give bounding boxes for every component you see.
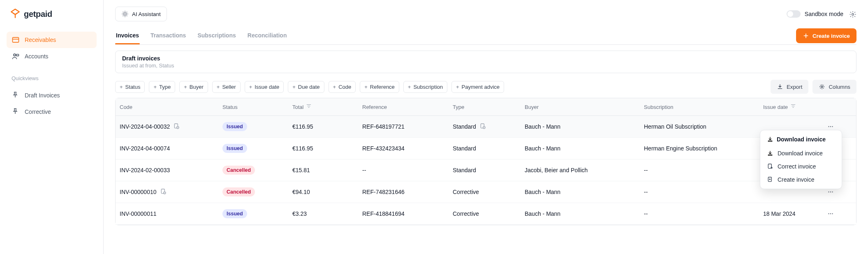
cell-subscription: --	[640, 184, 759, 200]
chip-label: Payment advice	[462, 84, 500, 90]
sparkle-icon	[121, 10, 129, 18]
export-button[interactable]: Export	[771, 80, 809, 94]
cell-total: €15.81	[288, 162, 358, 178]
doc-check-icon	[173, 123, 181, 130]
sandbox-mode-label: Sandbox mode	[805, 11, 843, 17]
sidebar-item-receivables[interactable]: Receivables	[7, 32, 97, 48]
svg-rect-2	[16, 54, 19, 56]
create-icon	[767, 176, 773, 183]
cell-status: Issued	[218, 139, 288, 158]
ai-assistant-button[interactable]: AI Assistant	[115, 7, 167, 21]
filter-chip-type[interactable]: +Type	[149, 81, 175, 93]
filter-chip-issue-date[interactable]: +Issue date	[245, 81, 284, 93]
dropdown-correct-invoice[interactable]: Correct invoice	[763, 160, 839, 173]
th-issue-date[interactable]: Issue date	[759, 98, 821, 115]
chip-label: Issue date	[255, 84, 279, 90]
svg-point-10	[828, 126, 829, 127]
filter-chip-subscription[interactable]: +Subscription	[403, 81, 447, 93]
filter-chip-reference[interactable]: +Reference	[360, 81, 399, 93]
filter-chips: +Status+Type+Buyer+Seller+Issue date+Due…	[115, 81, 504, 93]
th-code[interactable]: Code	[116, 99, 218, 115]
plus-icon: +	[184, 84, 187, 90]
th-type[interactable]: Type	[449, 99, 521, 115]
tab-reconciliation[interactable]: Reconciliation	[247, 27, 288, 44]
svg-point-27	[832, 192, 833, 192]
brand-name: getpaid	[24, 9, 52, 19]
tab-subscriptions[interactable]: Subscriptions	[197, 27, 236, 44]
quickview-draft-invoices[interactable]: Draft Invoices	[7, 87, 97, 104]
table-header: Code Status Total Reference Type Buyer S…	[116, 98, 856, 116]
plus-icon: +	[120, 84, 123, 90]
sidebar-item-accounts[interactable]: Accounts	[7, 48, 97, 65]
ai-assistant-label: AI Assistant	[132, 11, 161, 17]
dropdown-header[interactable]: Download invoice	[763, 133, 839, 147]
dropdown-create-invoice[interactable]: Create invoice	[763, 173, 839, 186]
doc-check-icon	[479, 123, 487, 130]
quickview-corrective[interactable]: Corrective	[7, 104, 97, 120]
dropdown-download-invoice[interactable]: Download invoice	[763, 147, 839, 160]
svg-point-28	[828, 213, 829, 214]
table-row[interactable]: INV-2024-04-00032Issued€116.95REF-648197…	[116, 116, 856, 138]
cell-actions	[821, 203, 845, 224]
table-row[interactable]: INV-00000011Issued€3.23REF-418841694Corr…	[116, 203, 856, 225]
cell-reference: REF-432423434	[358, 140, 449, 157]
export-label: Export	[787, 84, 803, 90]
table-row[interactable]: INV-2024-04-00074Issued€116.95REF-432423…	[116, 138, 856, 159]
filter-chip-due-date[interactable]: +Due date	[288, 81, 324, 93]
cell-subscription: --	[640, 206, 759, 222]
cell-code: INV-00000011	[116, 206, 218, 222]
plus-icon: +	[292, 84, 296, 90]
settings-icon[interactable]	[849, 10, 856, 18]
tab-transactions[interactable]: Transactions	[150, 27, 187, 44]
chip-label: Seller	[222, 84, 236, 90]
columns-label: Columns	[829, 84, 850, 90]
filter-chip-status[interactable]: +Status	[115, 81, 145, 93]
svg-point-12	[832, 126, 833, 127]
main-content: AI Assistant Sandbox mode Invoices Trans…	[104, 0, 868, 254]
chip-label: Buyer	[190, 84, 204, 90]
th-subscription[interactable]: Subscription	[640, 99, 759, 115]
dropdown-header-label: Download invoice	[777, 136, 826, 143]
plus-icon: +	[249, 84, 252, 90]
cell-subscription: --	[640, 162, 759, 178]
create-invoice-button[interactable]: Create invoice	[796, 28, 856, 43]
cell-code: INV-2024-04-00074	[116, 140, 218, 157]
pin-icon	[12, 108, 20, 116]
cell-code: INV-2024-02-00033	[116, 162, 218, 178]
download-icon	[767, 150, 773, 157]
cell-reference: REF-648197721	[358, 118, 449, 135]
cell-reference: REF-748231646	[358, 184, 449, 200]
svg-point-11	[830, 126, 831, 127]
cell-type: Corrective	[449, 184, 521, 200]
sandbox-toggle[interactable]	[787, 10, 801, 18]
th-buyer[interactable]: Buyer	[521, 99, 640, 115]
columns-button[interactable]: Columns	[812, 80, 856, 94]
cell-buyer: Bauch - Mann	[521, 118, 640, 135]
table-row[interactable]: INV-2024-02-00033Cancelled€15.81--Standa…	[116, 159, 856, 181]
status-badge: Cancelled	[222, 166, 255, 175]
filter-chip-seller[interactable]: +Seller	[212, 81, 241, 93]
filter-icon	[306, 103, 313, 111]
th-status[interactable]: Status	[218, 99, 288, 115]
th-reference[interactable]: Reference	[358, 99, 449, 115]
svg-point-30	[832, 213, 833, 214]
cell-subscription: Herman Engine Subscription	[640, 140, 759, 157]
filter-chip-payment-advice[interactable]: +Payment advice	[451, 81, 504, 93]
cell-total: €94.10	[288, 184, 358, 200]
th-total[interactable]: Total	[288, 98, 358, 115]
tab-invoices[interactable]: Invoices	[115, 27, 140, 44]
cell-total: €3.23	[288, 206, 358, 222]
correct-icon	[767, 163, 773, 170]
sidebar-item-label: Receivables	[25, 37, 56, 43]
saved-filter-card[interactable]: Draft invoices Issued at from, Status	[115, 51, 856, 73]
status-badge: Cancelled	[222, 187, 255, 196]
filter-chip-buyer[interactable]: +Buyer	[179, 81, 208, 93]
table-row[interactable]: INV-00000010Cancelled€94.10REF-748231646…	[116, 181, 856, 203]
svg-point-1	[14, 54, 16, 56]
filter-chip-code[interactable]: +Code	[329, 81, 356, 93]
row-more-button[interactable]	[825, 208, 836, 219]
row-actions-menu: Download invoiceDownload invoiceCorrect …	[760, 130, 842, 189]
tab-label: Reconciliation	[248, 32, 287, 39]
filter-icon	[790, 103, 798, 111]
plus-icon	[803, 32, 809, 39]
